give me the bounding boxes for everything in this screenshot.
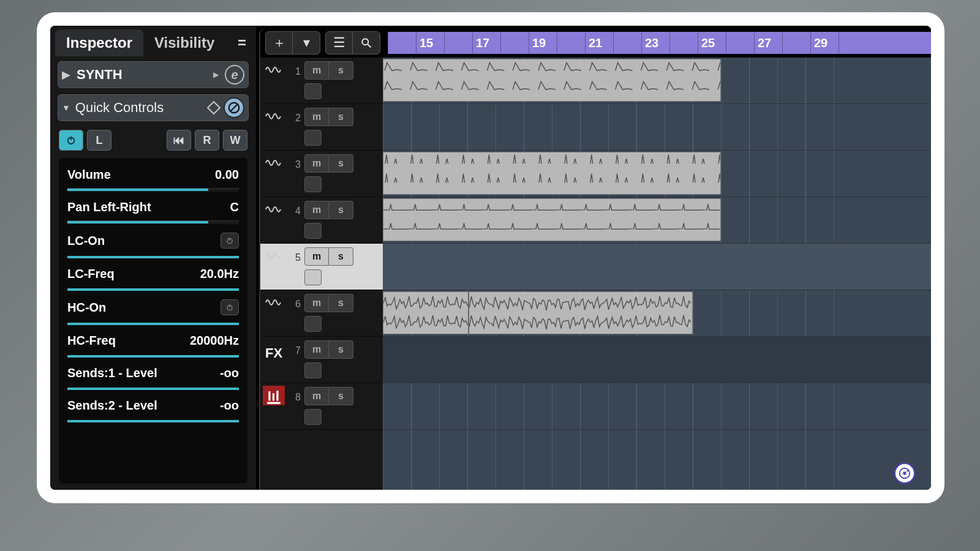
mute-button[interactable]: m [304, 61, 329, 80]
track-type-icon: FX [263, 339, 285, 361]
track-row[interactable]: FX7ms [260, 337, 383, 383]
chevron-right-icon: ▶ [213, 70, 219, 79]
param-sends-2-level[interactable]: Sends:2 - Level-oo [59, 392, 247, 425]
param-volume[interactable]: Volume0.00 [59, 162, 247, 194]
param-label: Volume [67, 168, 111, 182]
record-enable-button[interactable] [304, 223, 322, 239]
mute-button[interactable]: m [304, 154, 329, 173]
track-number: 5 [288, 246, 301, 263]
record-enable-button[interactable] [304, 176, 322, 192]
mute-button[interactable]: m [304, 294, 329, 312]
param-label: Sends:2 - Level [67, 399, 157, 413]
track-type-icon [263, 293, 285, 309]
param-value: 0.00 [215, 168, 239, 182]
track-row[interactable]: 4ms [260, 197, 383, 244]
param-sends-1-level[interactable]: Sends:1 - Level-oo [59, 360, 247, 392]
record-enable-button[interactable] [304, 316, 322, 332]
svg-line-9 [368, 45, 371, 48]
tab-inspector[interactable]: Inspector [55, 29, 143, 56]
svg-rect-13 [267, 402, 281, 404]
read-button[interactable]: R [195, 130, 219, 151]
track-row[interactable]: 8ms [260, 383, 383, 430]
audio-clip[interactable] [383, 198, 721, 241]
edit-instrument-button[interactable]: e [225, 65, 244, 84]
record-enable-button[interactable] [304, 83, 322, 99]
audio-clip[interactable] [383, 291, 693, 334]
arranger-grid[interactable] [383, 58, 931, 490]
track-type-icon [263, 60, 285, 76]
arranger-toolbar: ＋ ▾ ☰ 1517192123252729 [260, 28, 931, 58]
track-row[interactable]: 1ms [260, 58, 383, 104]
list-view-button[interactable]: ☰ [326, 32, 353, 54]
track-number: 3 [288, 153, 301, 170]
param-hc-on[interactable]: HC-On [59, 293, 247, 328]
param-lc-on[interactable]: LC-On [59, 227, 247, 261]
quick-controls-header[interactable]: ▼ Quick Controls [58, 94, 249, 121]
audio-clip[interactable] [383, 59, 721, 102]
track-name: SYNTH [77, 67, 207, 83]
chevron-down-icon: ▼ [62, 103, 70, 113]
param-pan-left-right[interactable]: Pan Left-RightC [59, 194, 247, 227]
mute-button[interactable]: m [304, 387, 329, 405]
play-icon: ▶ [62, 68, 70, 81]
param-value: 20000Hz [190, 334, 239, 348]
fx-label: FX [265, 343, 282, 361]
param-value: 20.0Hz [200, 267, 239, 281]
record-enable-button[interactable] [304, 409, 322, 425]
mute-button[interactable]: m [304, 201, 329, 219]
param-label: LC-On [67, 234, 105, 248]
solo-button[interactable]: s [329, 247, 353, 266]
automation-diamond-icon[interactable] [207, 101, 221, 115]
solo-button[interactable]: s [329, 154, 353, 173]
param-lc-freq[interactable]: LC-Freq20.0Hz [59, 261, 247, 293]
track-header[interactable]: ▶ SYNTH ▶ e [58, 61, 249, 88]
svg-rect-11 [273, 394, 274, 401]
solo-button[interactable]: s [329, 387, 353, 405]
track-type-icon [263, 246, 285, 262]
rewind-button[interactable]: ⏮ [167, 130, 191, 151]
write-button[interactable]: W [223, 130, 247, 151]
param-value: -oo [220, 366, 239, 380]
track-number: 7 [288, 339, 301, 356]
record-enable-button[interactable] [304, 269, 322, 285]
track-row[interactable]: 3ms [260, 151, 383, 197]
record-enable-button[interactable] [304, 362, 322, 378]
param-hc-freq[interactable]: HC-Freq20000Hz [59, 328, 247, 360]
solo-button[interactable]: s [329, 294, 353, 312]
track-list: 1ms2ms3ms4ms5ms6msFX7ms8ms [260, 58, 383, 490]
bypass-button[interactable] [224, 97, 244, 118]
mute-button[interactable]: m [304, 340, 329, 359]
solo-button[interactable]: s [329, 61, 353, 80]
qc-button-row: L ⏮ R W [59, 130, 247, 151]
track-row[interactable]: 6ms [260, 290, 383, 337]
record-enable-button[interactable] [304, 130, 322, 146]
tab-visibility[interactable]: Visibility [143, 29, 225, 56]
track-number: 1 [288, 60, 301, 77]
param-label: Pan Left-Right [67, 200, 151, 214]
svg-point-8 [362, 39, 368, 45]
mute-button[interactable]: m [304, 108, 329, 126]
track-row[interactable]: 5ms [260, 244, 383, 290]
power-button[interactable] [59, 130, 83, 151]
timeline-ruler[interactable]: 1517192123252729 [388, 32, 931, 54]
track-row[interactable]: 2ms [260, 104, 383, 151]
learn-button[interactable]: L [87, 130, 111, 151]
track-number: 4 [288, 200, 301, 217]
audio-clip[interactable] [383, 152, 721, 195]
inspector-panel: Inspector Visibility = ▶ SYNTH ▶ e ▼ Qui… [50, 26, 256, 490]
tabs-menu-icon[interactable]: = [238, 34, 246, 51]
svg-rect-10 [268, 391, 270, 400]
arranger-panel: ＋ ▾ ☰ 1517192123252729 1ms2ms3ms4ms5ms6m… [259, 28, 931, 490]
svg-point-16 [907, 470, 908, 472]
add-track-button[interactable]: ＋ [266, 32, 293, 54]
solo-button[interactable]: s [329, 108, 353, 126]
svg-point-15 [903, 471, 907, 475]
add-track-menu[interactable]: ▾ [293, 32, 320, 54]
toggle-icon[interactable] [221, 233, 239, 249]
search-button[interactable] [353, 32, 380, 54]
solo-button[interactable]: s [329, 340, 353, 359]
solo-button[interactable]: s [329, 201, 353, 219]
ruler-mark: 29 [814, 36, 827, 50]
toggle-icon[interactable] [221, 299, 239, 315]
mute-button[interactable]: m [304, 247, 329, 266]
